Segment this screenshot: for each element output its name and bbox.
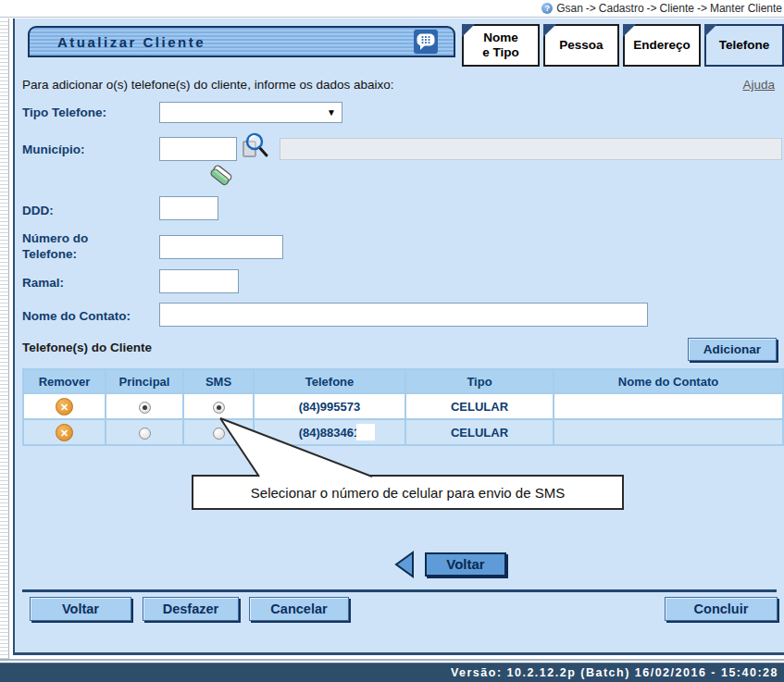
voltar-mid-button[interactable]: Voltar [425,552,506,577]
tab-pessoa[interactable]: Pessoa [543,24,619,67]
ddd-input[interactable] [159,196,218,220]
page-title-bar: Atualizar Cliente [28,26,455,57]
tipo-cell: CELULAR [406,394,553,418]
tipo-cell: CELULAR [406,420,553,444]
sms-radio[interactable] [213,402,225,414]
numero-telefone-label: Número do Telefone: [22,231,88,263]
search-icon[interactable] [241,131,270,161]
main-panel: Atualizar Cliente Nome e Tipo Pessoa End… [13,19,784,655]
tab-endereco[interactable]: Endereço [623,24,701,67]
ramal-label: Ramal: [22,276,64,291]
breadcrumb-item-gsan[interactable]: Gsan [556,2,583,15]
header-tipo: Tipo [406,370,553,392]
sms-radio[interactable] [213,428,225,440]
header-nome-contato: Nome do Contato [554,370,782,392]
breadcrumb-item-manter-cliente[interactable]: Manter Cliente [710,2,782,15]
table-row: ✕ (84)995573 CELULAR [24,394,782,418]
table-header-row: Remover Principal SMS Telefone Tipo Nome… [24,370,782,392]
breadcrumb-separator: -> [647,2,657,15]
table-row: ✕ (84)883461 CELULAR [24,420,782,444]
telefone-cell: (84)995573 [255,394,404,418]
callout-tooltip: Selecionar o número de celular para envi… [192,475,624,510]
eraser-icon[interactable] [207,163,235,189]
municipio-nome-readonly-field [280,138,782,160]
footer-divider [0,659,784,661]
breadcrumb-item-cliente[interactable]: Cliente [660,2,694,15]
back-arrow-icon[interactable] [392,550,417,579]
nome-contato-label: Nome do Contato: [22,309,131,325]
phones-table: Remover Principal SMS Telefone Tipo Nome… [22,368,784,446]
phones-section-title: Telefone(s) do Cliente [22,341,152,354]
tab-telefone[interactable]: Telefone [704,24,784,67]
breadcrumb: ? Gsan -> Cadastro -> Cliente -> Manter … [0,0,784,18]
header-sms: SMS [184,370,253,392]
remove-icon[interactable]: ✕ [56,424,73,441]
tab-label: Endereço [633,38,691,53]
help-link[interactable]: Ajuda [742,78,775,92]
page-title: Atualizar Cliente [30,34,205,50]
breadcrumb-item-cadastro[interactable]: Cadastro [599,2,644,15]
tab-nome-e-tipo[interactable]: Nome e Tipo [462,24,540,67]
tab-label: Nome e Tipo [482,31,519,59]
numero-telefone-input[interactable] [159,235,283,259]
chat-bubble-icon[interactable] [414,30,438,54]
tab-corner-decoration [704,24,717,37]
remove-icon[interactable]: ✕ [56,398,73,415]
tab-label: Telefone [719,38,770,53]
principal-radio[interactable] [139,402,151,414]
header-remover: Remover [24,370,105,392]
ddd-label: DDD: [22,204,54,219]
municipio-input[interactable] [159,137,237,161]
tipo-telefone-select[interactable]: ▼ [159,102,342,123]
header-telefone: Telefone [255,370,404,392]
version-bar: Versão: 10.2.12.2p (Batch) 16/02/2016 - … [0,663,784,682]
principal-radio[interactable] [139,428,151,440]
chevron-down-icon: ▼ [327,107,336,118]
help-ball-icon[interactable]: ? [541,3,553,14]
concluir-button[interactable]: Concluir [665,597,778,621]
telefone-cell: (84)883461 [255,420,404,444]
callout-text: Selecionar o número de celular para envi… [251,485,565,501]
bottom-separator [22,589,777,592]
nome-contato-cell [554,394,782,418]
nome-contato-cell [554,420,782,444]
version-text: Versão: 10.2.12.2p (Batch) 16/02/2016 - … [451,666,778,679]
breadcrumb-separator: -> [697,2,707,15]
tab-corner-decoration [543,24,556,37]
cancelar-button[interactable]: Cancelar [249,597,349,621]
left-decorative-strip [0,19,9,659]
tab-corner-decoration [623,24,636,37]
tab-corner-decoration [462,24,475,37]
municipio-label: Município: [22,143,85,158]
voltar-button[interactable]: Voltar [30,597,131,621]
redaction-patch [356,424,375,440]
tipo-telefone-label: Tipo Telefone: [22,105,106,121]
instruction-text: Para adicionar o(s) telefone(s) do clien… [22,78,393,92]
ramal-input[interactable] [159,269,239,293]
breadcrumb-separator: -> [586,2,596,15]
adicionar-button[interactable]: Adicionar [688,338,777,361]
tab-label: Pessoa [559,38,603,53]
header-principal: Principal [106,370,182,392]
desfazer-button[interactable]: Desfazer [143,597,239,621]
nome-contato-input[interactable] [159,303,648,327]
